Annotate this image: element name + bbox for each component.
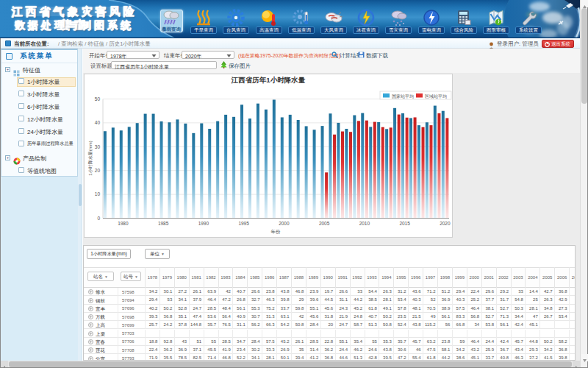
svg-text:20: 20 [95,168,101,173]
svg-text:1985: 1985 [158,221,169,226]
svg-text:2005: 2005 [319,221,330,226]
svg-text:50: 50 [95,96,101,102]
svg-text:10: 10 [95,191,101,197]
svg-text:1995: 1995 [238,221,249,226]
svg-text:0: 0 [97,216,100,221]
svg-text:1990: 1990 [198,221,209,226]
svg-text:2015: 2015 [399,221,410,226]
svg-text:1980: 1980 [118,221,129,226]
svg-text:区域站平均: 区域站平均 [425,93,447,99]
svg-text:年份: 年份 [271,229,282,235]
svg-text:国家站平均: 国家站平均 [392,93,414,99]
svg-text:1小时降水量(mm): 1小时降水量(mm) [87,141,93,175]
svg-text:30: 30 [95,144,101,149]
svg-text:2000: 2000 [279,221,290,226]
svg-text:2020: 2020 [440,221,451,226]
svg-text:40: 40 [95,120,101,125]
svg-text:2010: 2010 [359,221,370,226]
